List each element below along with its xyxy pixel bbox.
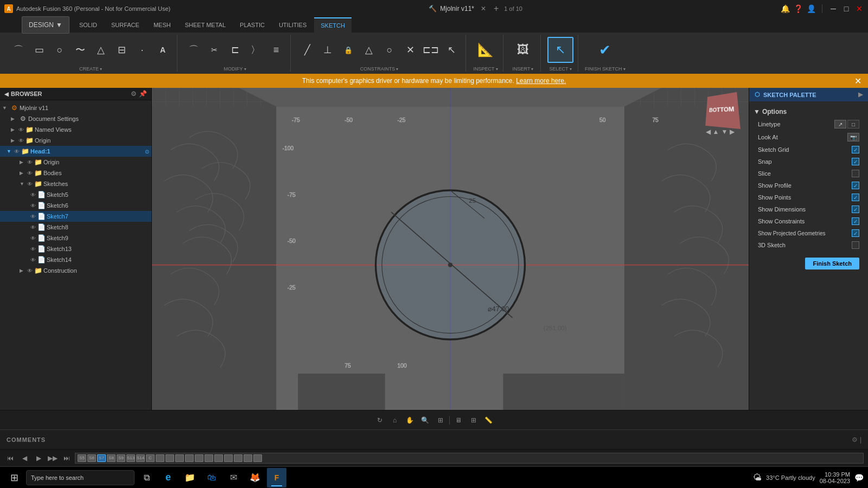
help-btn[interactable]: ❓: [794, 4, 802, 13]
tab-solid[interactable]: SOLID: [73, 17, 104, 33]
timeline-fwd-btn[interactable]: ▶▶: [47, 452, 59, 464]
trim-tool[interactable]: ✂: [205, 37, 224, 63]
timeline-marker-s13[interactable]: S13: [126, 454, 135, 462]
construction-visibility[interactable]: 👁: [27, 268, 33, 274]
sketch13-visibility[interactable]: 👁: [30, 246, 36, 252]
arrow-constraint[interactable]: ↖: [442, 37, 461, 63]
browser-item-construction[interactable]: ▶ 👁 📁 Construction: [0, 265, 151, 276]
comments-settings[interactable]: ⚙: [852, 436, 858, 444]
browser-pin-btn[interactable]: 📌: [139, 90, 147, 98]
tab-sheet-metal[interactable]: SHEET METAL: [178, 17, 232, 33]
line-constraint[interactable]: ╱: [297, 37, 317, 63]
notifications-badge[interactable]: 💬: [854, 473, 864, 482]
browser-item-sketch8[interactable]: 👁 📄 Sketch8: [0, 222, 151, 233]
show-dimensions-checkbox[interactable]: ✓: [852, 206, 859, 213]
view-cube[interactable]: BOTTOM: [705, 92, 741, 129]
tangent-constraint[interactable]: ⊥: [318, 37, 337, 63]
timeline-marker-s7[interactable]: S7: [97, 454, 106, 462]
sketches-visibility[interactable]: 👁: [27, 181, 33, 187]
text-tool[interactable]: A: [153, 37, 173, 63]
sketch9-visibility[interactable]: 👁: [30, 235, 36, 241]
extend-tool[interactable]: ⊏: [225, 37, 245, 63]
user-btn[interactable]: 👤: [807, 4, 815, 13]
timeline-marker-4[interactable]: [185, 454, 194, 462]
sketch14-visibility[interactable]: 👁: [30, 257, 36, 263]
firefox-btn[interactable]: 🦊: [245, 468, 265, 487]
timeline-marker-7[interactable]: [214, 454, 223, 462]
offset-tool[interactable]: ≡: [266, 37, 286, 63]
timeline-prev-btn[interactable]: ⏮: [4, 452, 16, 464]
cross-constraint[interactable]: ✕: [400, 37, 420, 63]
inspect-btn[interactable]: 📐: [473, 37, 499, 63]
bracket-constraint[interactable]: ⊏⊐: [421, 37, 441, 63]
measure-btn[interactable]: 📏: [482, 414, 495, 427]
tab-mesh[interactable]: MESH: [147, 17, 177, 33]
timeline-back-btn[interactable]: ◀: [18, 452, 30, 464]
finish-sketch-ribbon-btn[interactable]: ✔: [592, 37, 618, 63]
viewport[interactable]: ⌀47.00 (251.00) 25 -75 -50 -25 50 75: [152, 88, 749, 410]
polygon-tool[interactable]: △: [91, 37, 111, 63]
search-bar[interactable]: [26, 470, 135, 485]
spline-tool[interactable]: 〜: [71, 37, 90, 63]
sketch5-visibility[interactable]: 👁: [30, 192, 36, 198]
slice-checkbox[interactable]: [852, 170, 859, 177]
taskview-btn[interactable]: ⧉: [137, 468, 156, 487]
show-profile-checkbox[interactable]: ✓: [852, 182, 859, 189]
pan-btn[interactable]: ✋: [404, 414, 417, 427]
cube-nav-right[interactable]: ▶: [730, 128, 735, 136]
slot-tool[interactable]: ⊟: [112, 37, 131, 63]
timeline-marker-s5[interactable]: S5: [78, 454, 86, 462]
bodies-visibility[interactable]: 👁: [27, 170, 33, 176]
linetype-btn2[interactable]: □: [847, 120, 859, 129]
design-dropdown[interactable]: DESIGN ▼: [22, 16, 69, 34]
browser-item-sketches[interactable]: ▼ 👁 📁 Sketches: [0, 178, 151, 189]
origin-visibility[interactable]: 👁: [18, 138, 24, 144]
timeline-marker-8[interactable]: [224, 454, 233, 462]
head1-visibility[interactable]: 👁: [14, 149, 20, 155]
lookat-btn[interactable]: 📷: [847, 133, 859, 142]
fusion-btn[interactable]: F: [267, 468, 286, 487]
browser-item-sketch7[interactable]: 👁 📄 Sketch7: [0, 211, 151, 222]
cube-nav-left[interactable]: ◀: [706, 128, 711, 136]
browser-item-doc-settings[interactable]: ▶ ⚙ Document Settings: [0, 113, 151, 124]
browser-item-origin[interactable]: ▶ 👁 📁 Origin: [0, 135, 151, 146]
sketch-grid-checkbox[interactable]: ✓: [852, 146, 859, 153]
orbit-btn[interactable]: ↻: [373, 414, 386, 427]
store-btn[interactable]: 🛍: [202, 468, 221, 487]
comments-pin[interactable]: |: [860, 436, 861, 444]
circle-tool[interactable]: ○: [50, 37, 69, 63]
named-views-visibility[interactable]: 👁: [18, 127, 24, 133]
cube-nav-down[interactable]: ▼: [722, 128, 728, 136]
options-section[interactable]: ▼ Options: [754, 106, 864, 118]
cube-nav-up[interactable]: ▲: [713, 128, 719, 136]
timeline-marker-1[interactable]: [156, 454, 164, 462]
browser-item-sketch6[interactable]: 👁 📄 Sketch6: [0, 200, 151, 211]
mail-btn[interactable]: ✉: [224, 468, 243, 487]
tab-sketch[interactable]: SKETCH: [314, 17, 352, 33]
fit-btn[interactable]: ⊞: [434, 414, 447, 427]
tab-surface[interactable]: SURFACE: [105, 17, 146, 33]
browser-item-bodies[interactable]: ▶ 👁 📁 Bodies: [0, 168, 151, 178]
browser-item-named-views[interactable]: ▶ 👁 📁 Named Views: [0, 124, 151, 135]
titlebar-close-file[interactable]: ✕: [481, 5, 486, 12]
show-constraints-checkbox[interactable]: ✓: [852, 217, 859, 225]
browser-root-item[interactable]: ▼ ⚙ Mjolnir v11: [0, 102, 151, 113]
tab-plastic[interactable]: PLASTIC: [233, 17, 271, 33]
snap-checkbox[interactable]: ✓: [852, 158, 859, 165]
add-tab-btn[interactable]: +: [494, 4, 499, 14]
point-tool[interactable]: ·: [132, 37, 152, 63]
restore-btn[interactable]: □: [842, 4, 851, 13]
edge-btn[interactable]: e: [158, 468, 178, 487]
lock-constraint[interactable]: 🔒: [339, 37, 358, 63]
timeline-marker-s8[interactable]: S8: [107, 454, 116, 462]
browser-item-head1-origin[interactable]: ▶ 👁 📁 Origin: [0, 157, 151, 168]
h1-origin-visibility[interactable]: 👁: [27, 159, 33, 165]
browser-item-head1[interactable]: ▼ 👁 📁 Head:1 ⊙: [0, 146, 151, 157]
select-btn[interactable]: ↖: [547, 37, 573, 63]
sketch-3d-checkbox[interactable]: [852, 241, 859, 249]
timeline-marker-9[interactable]: [234, 454, 242, 462]
timeline-marker-s14[interactable]: S14: [136, 454, 145, 462]
start-btn[interactable]: ⊞: [4, 468, 24, 487]
break-tool[interactable]: 〉: [246, 37, 265, 63]
notifications-btn[interactable]: 🔔: [781, 4, 789, 13]
